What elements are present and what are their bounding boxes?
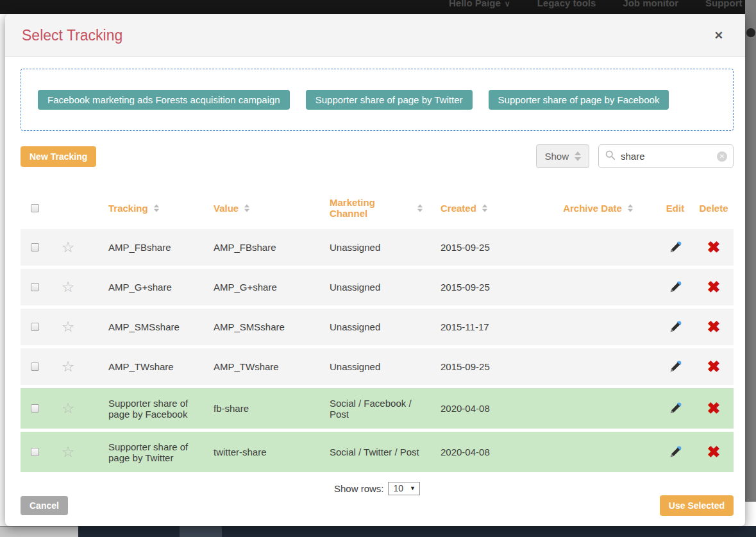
sort-header-created[interactable]: Created bbox=[432, 203, 540, 214]
page-backdrop-bottom bbox=[0, 526, 756, 537]
table-row-selected: ☆ Supporter share of page by Facebook fb… bbox=[21, 388, 734, 429]
show-rows-label: Show rows: bbox=[334, 483, 384, 494]
sort-header-value[interactable]: Value bbox=[204, 203, 318, 214]
cell-value: fb-share bbox=[204, 403, 318, 414]
table-row: ☆ AMP_G+share AMP_G+share Unassigned 201… bbox=[21, 269, 734, 305]
star-icon[interactable]: ☆ bbox=[62, 240, 75, 255]
show-filter-label: Show bbox=[544, 151, 569, 162]
cell-created: 2015-09-25 bbox=[432, 282, 540, 293]
show-filter-dropdown[interactable]: Show bbox=[536, 144, 589, 168]
cell-tracking: Supporter share of page by Twitter bbox=[87, 441, 204, 463]
edit-pencil-icon[interactable] bbox=[668, 360, 682, 374]
cell-tracking: AMP_SMSshare bbox=[87, 321, 204, 332]
edit-pencil-icon[interactable] bbox=[668, 402, 682, 416]
sort-header-archive-date[interactable]: Archive Date bbox=[540, 203, 657, 214]
modal-footer: Cancel Use Selected bbox=[5, 495, 745, 526]
cell-value: AMP_FBshare bbox=[204, 242, 318, 253]
row-checkbox[interactable] bbox=[31, 362, 39, 371]
select-caret-icon: ▼ bbox=[410, 485, 416, 491]
cell-tracking: Supporter share of page by Facebook bbox=[87, 398, 204, 420]
row-checkbox[interactable] bbox=[31, 283, 39, 291]
table-row-selected: ☆ Supporter share of page by Twitter twi… bbox=[21, 432, 734, 472]
show-rows-select[interactable]: 10 ▼ bbox=[388, 482, 421, 495]
backdrop-segment bbox=[180, 526, 222, 537]
cancel-button[interactable]: Cancel bbox=[21, 496, 68, 515]
nav-legacy-tools[interactable]: Legacy tools bbox=[537, 0, 596, 8]
sort-icon bbox=[482, 204, 487, 212]
sort-header-tracking[interactable]: Tracking bbox=[87, 203, 204, 214]
table-header-row: Tracking Value Marketing Channel Created… bbox=[21, 189, 734, 227]
star-icon[interactable]: ☆ bbox=[62, 359, 75, 374]
cell-value: twitter-share bbox=[204, 447, 318, 457]
delete-x-icon[interactable]: ✖ bbox=[707, 359, 721, 375]
new-tracking-button[interactable]: New Tracking bbox=[21, 146, 96, 167]
nav-job-monitor[interactable]: Job monitor bbox=[623, 0, 678, 8]
row-checkbox[interactable] bbox=[31, 243, 39, 251]
cell-created: 2015-09-25 bbox=[432, 361, 540, 372]
sort-header-channel[interactable]: Marketing Channel bbox=[318, 197, 432, 219]
cell-created: 2020-04-08 bbox=[432, 447, 540, 457]
chevron-down-icon: ∨ bbox=[505, 0, 510, 8]
table-row: ☆ AMP_SMSshare AMP_SMSshare Unassigned 2… bbox=[21, 309, 734, 345]
delete-x-icon[interactable]: ✖ bbox=[707, 400, 721, 416]
edit-pencil-icon[interactable] bbox=[668, 320, 682, 334]
select-tracking-modal: Select Tracking ✕ Facebook marketing ads… bbox=[5, 14, 745, 526]
sort-icon bbox=[154, 204, 159, 212]
star-icon[interactable]: ☆ bbox=[62, 280, 75, 294]
search-icon bbox=[605, 149, 616, 163]
cell-created: 2015-11-17 bbox=[432, 321, 540, 332]
star-icon[interactable]: ☆ bbox=[62, 401, 75, 416]
screen: Hello Paige∨ Legacy tools Job monitor Su… bbox=[0, 0, 756, 537]
search-input[interactable] bbox=[621, 151, 712, 162]
nav-support[interactable]: Support bbox=[705, 0, 743, 8]
cell-tracking: AMP_TWshare bbox=[87, 361, 204, 372]
cell-tracking: AMP_G+share bbox=[87, 282, 204, 293]
table-row: ☆ AMP_TWshare AMP_TWshare Unassigned 201… bbox=[21, 348, 734, 385]
delete-x-icon[interactable]: ✖ bbox=[707, 279, 721, 295]
edit-pencil-icon[interactable] bbox=[668, 445, 682, 459]
star-icon[interactable]: ☆ bbox=[62, 445, 75, 459]
delete-x-icon[interactable]: ✖ bbox=[707, 319, 721, 335]
hidden-widget-fragment bbox=[746, 28, 755, 37]
edit-pencil-icon[interactable] bbox=[668, 280, 682, 294]
page-title: Select Tracking bbox=[22, 27, 122, 44]
cell-channel: Unassigned bbox=[318, 321, 432, 332]
select-all-checkbox[interactable] bbox=[31, 204, 39, 212]
cell-tracking: AMP_FBshare bbox=[87, 242, 204, 253]
cell-channel: Unassigned bbox=[318, 361, 432, 372]
cell-channel: Unassigned bbox=[318, 242, 432, 253]
use-selected-button[interactable]: Use Selected bbox=[660, 495, 734, 516]
delete-x-icon[interactable]: ✖ bbox=[707, 444, 721, 460]
edit-pencil-icon[interactable] bbox=[668, 241, 682, 255]
backdrop-segment bbox=[0, 526, 78, 537]
dropdown-spinner-icon bbox=[575, 151, 581, 161]
nav-greeting[interactable]: Hello Paige∨ bbox=[449, 0, 510, 8]
modal-header: Select Tracking ✕ bbox=[5, 14, 745, 57]
sort-icon bbox=[417, 204, 423, 212]
pagination: Show rows: 10 ▼ bbox=[21, 482, 734, 495]
toolbar: New Tracking Show ✕ bbox=[21, 144, 734, 168]
row-checkbox[interactable] bbox=[31, 404, 39, 413]
row-checkbox[interactable] bbox=[31, 323, 39, 331]
tracking-chip[interactable]: Supporter share of page by Facebook bbox=[489, 90, 669, 110]
selected-trackings-box: Facebook marketing ads Forests acquisiti… bbox=[21, 69, 734, 131]
clear-search-icon[interactable]: ✕ bbox=[717, 151, 727, 162]
search-box: ✕ bbox=[598, 144, 734, 168]
header-delete: Delete bbox=[694, 203, 734, 214]
page-backdrop-right bbox=[745, 0, 756, 502]
tracking-chip[interactable]: Supporter share of page by Twitter bbox=[306, 90, 473, 110]
row-checkbox[interactable] bbox=[31, 448, 39, 456]
tracking-table: Tracking Value Marketing Channel Created… bbox=[21, 189, 734, 472]
delete-x-icon[interactable]: ✖ bbox=[707, 239, 721, 255]
close-icon[interactable]: ✕ bbox=[709, 26, 728, 45]
star-icon[interactable]: ☆ bbox=[62, 320, 75, 334]
modal-body: Facebook marketing ads Forests acquisiti… bbox=[5, 57, 745, 495]
header-edit: Edit bbox=[657, 203, 694, 214]
background-navbar: Hello Paige∨ Legacy tools Job monitor Su… bbox=[0, 0, 756, 14]
tracking-chip[interactable]: Facebook marketing ads Forests acquisiti… bbox=[38, 90, 290, 110]
cell-channel: Social / Facebook / Post bbox=[318, 398, 432, 420]
table-row: ☆ AMP_FBshare AMP_FBshare Unassigned 201… bbox=[21, 229, 734, 266]
sort-icon bbox=[628, 204, 633, 212]
cell-created: 2015-09-25 bbox=[432, 242, 540, 253]
cell-value: AMP_TWshare bbox=[204, 361, 318, 372]
